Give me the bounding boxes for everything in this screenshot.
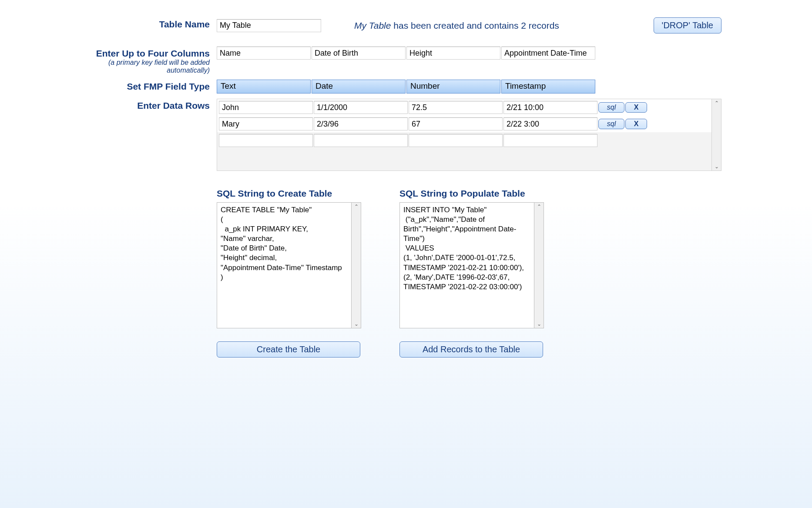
data-cell[interactable] [314,101,408,114]
row-delete-button[interactable]: X [625,119,647,129]
create-table-button[interactable]: Create the Table [217,341,360,358]
scroll-down-icon[interactable]: ⌄ [714,163,720,170]
status-table-name: My Table [354,20,391,30]
label-columns: Enter Up to Four Columns (a primary key … [91,47,217,74]
data-row: sql X [217,116,711,132]
field-type-select-0[interactable]: Text [217,80,311,94]
data-cell[interactable] [219,134,313,147]
data-cell[interactable] [503,101,597,114]
field-type-select-1[interactable]: Date [312,80,406,94]
sql-create-textarea[interactable]: CREATE TABLE "My Table" ( a_pk INT PRIMA… [217,202,352,328]
sql-populate-textarea[interactable]: INSERT INTO "My Table" ("a_pk","Name","D… [399,202,534,328]
data-cell[interactable] [409,101,503,114]
scroll-up-icon[interactable]: ⌃ [714,99,720,107]
data-cell[interactable] [219,117,313,130]
sql-create-heading: SQL String to Create Table [217,188,365,199]
data-cell[interactable] [409,117,503,130]
label-data-rows: Enter Data Rows [91,99,217,111]
status-message: My Table has been created and contains 2… [328,20,647,31]
column-name-input-2[interactable] [406,47,500,60]
data-cell[interactable] [503,134,597,147]
sql-populate-heading: SQL String to Populate Table [399,188,547,199]
label-table-name: Table Name [91,17,217,30]
column-name-input-1[interactable] [312,47,406,60]
scroll-up-icon[interactable]: ⌃ [536,203,542,211]
field-type-select-3[interactable]: Timestamp [501,80,595,94]
sql-populate-scrollbar[interactable]: ⌃ ⌄ [534,202,544,328]
column-name-input-3[interactable] [501,47,595,60]
row-sql-button[interactable]: sql [598,102,624,113]
drop-table-button[interactable]: 'DROP' Table [654,17,721,33]
data-cell[interactable] [409,134,503,147]
data-cell[interactable] [219,101,313,114]
row-delete-button[interactable]: X [625,102,647,113]
label-columns-main: Enter Up to Four Columns [96,48,210,58]
status-rest: has been created and contains 2 records [391,20,559,30]
data-cell[interactable] [314,117,408,130]
scroll-up-icon[interactable]: ⌃ [353,203,359,211]
data-cell[interactable] [503,117,597,130]
add-records-button[interactable]: Add Records to the Table [399,341,543,358]
sql-create-scrollbar[interactable]: ⌃ ⌄ [352,202,361,328]
table-name-input[interactable] [217,19,321,32]
data-cell[interactable] [314,134,408,147]
data-rows-area: sql X sql X [217,99,721,171]
data-rows-scrollbar[interactable]: ⌃ ⌄ [711,99,721,170]
row-sql-button[interactable]: sql [598,119,624,129]
column-name-input-0[interactable] [217,47,311,60]
label-columns-sub: (a primary key field will be added autom… [91,59,210,74]
scroll-down-icon[interactable]: ⌄ [353,320,359,328]
data-row: sql X [217,99,711,116]
field-type-select-2[interactable]: Number [406,80,500,94]
scroll-down-icon[interactable]: ⌄ [536,320,542,328]
label-field-type: Set FMP Field Type [91,80,217,92]
data-row [217,132,711,149]
